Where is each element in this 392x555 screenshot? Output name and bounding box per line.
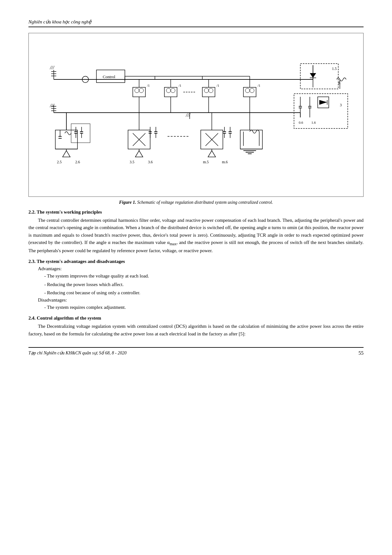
section-22-heading: 2.2. The system's working principles bbox=[28, 209, 364, 215]
svg-text:3.5: 3.5 bbox=[130, 160, 134, 164]
page: Nghiên cứu khoa học công nghệ /// Contro… bbox=[0, 0, 392, 555]
svg-text:m.6: m.6 bbox=[222, 160, 228, 164]
svg-text:L: L bbox=[338, 80, 340, 85]
svg-text:/1: /1 bbox=[258, 84, 260, 87]
svg-text:m.5: m.5 bbox=[203, 160, 209, 164]
figure-caption: Figure 1. Schematic of voltage regulatio… bbox=[28, 200, 364, 205]
svg-text:/1: /1 bbox=[217, 84, 219, 87]
svg-text:1.6: 1.6 bbox=[311, 121, 316, 124]
advantage-item-3: - Reducing cost because of using only a … bbox=[44, 289, 364, 296]
figure-container: /// Control 1.5 bbox=[28, 33, 364, 197]
svg-text:0.6: 0.6 bbox=[299, 121, 303, 124]
header-section: Nghiên cứu khoa học công nghệ bbox=[28, 19, 364, 27]
svg-text:///: /// bbox=[50, 65, 55, 70]
svg-text:3: 3 bbox=[340, 103, 342, 107]
figure-caption-bold: Figure 1. bbox=[119, 200, 136, 205]
advantage-item-2: - Reducing the power losses which affect… bbox=[44, 281, 364, 288]
svg-text:3.6: 3.6 bbox=[148, 160, 153, 164]
header-title: Nghiên cứu khoa học công nghệ bbox=[28, 19, 91, 24]
svg-rect-0 bbox=[35, 38, 357, 193]
svg-text:Control: Control bbox=[103, 74, 115, 79]
svg-text:/1: /1 bbox=[179, 84, 181, 87]
electrical-diagram: /// Control 1.5 bbox=[35, 38, 357, 193]
svg-text:/1: /1 bbox=[147, 84, 150, 87]
footer-journal: Tạp chí Nghiên cứu KH&CN quân sự, Số 68,… bbox=[28, 350, 126, 356]
figure-caption-text: Schematic of voltage regulation distribu… bbox=[136, 200, 273, 205]
svg-text:2.5: 2.5 bbox=[57, 160, 62, 164]
disadvantage-item-1: - The system requires complex adjustment… bbox=[44, 304, 364, 311]
footer: Tạp chí Nghiên cứu KH&CN quân sự, Số 68,… bbox=[28, 347, 364, 356]
advantage-item-1: - The system improves the voltage qualit… bbox=[44, 272, 364, 280]
section-24-heading: 2.4. Control algorithm of the system bbox=[28, 315, 364, 321]
svg-text:2.6: 2.6 bbox=[75, 160, 80, 164]
svg-text:1.5: 1.5 bbox=[332, 66, 337, 71]
disadvantages-label: Disadvantages: bbox=[38, 297, 364, 303]
section-24-paragraph: The Decentralizing voltage regulation sy… bbox=[28, 323, 364, 338]
advantages-label: Advantages: bbox=[38, 266, 364, 271]
section-22-paragraph: The central controller determines optima… bbox=[28, 217, 364, 254]
footer-page: 55 bbox=[358, 350, 364, 356]
section-23-heading: 2.3. The system's advantages and disadva… bbox=[28, 259, 364, 264]
